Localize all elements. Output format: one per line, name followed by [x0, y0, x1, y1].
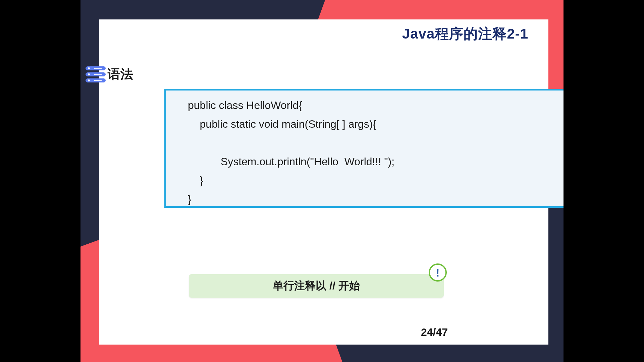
section-label-text: 语法	[108, 66, 133, 83]
slide-card: Java程序的注释2-1 语法 public class HelloWorld{…	[99, 19, 548, 345]
code-box: public class HelloWorld{ public static v…	[164, 89, 564, 208]
note-text: 单行注释以 // 开始	[273, 279, 360, 293]
page-current: 24	[421, 326, 433, 338]
page-total: 47	[436, 326, 448, 338]
section-label: 语法	[86, 66, 133, 83]
server-icon	[86, 66, 106, 82]
code-content: public class HelloWorld{ public static v…	[188, 96, 394, 208]
note-box: 单行注释以 // 开始 !	[189, 274, 444, 298]
exclamation-mark: !	[436, 266, 439, 279]
exclamation-icon: !	[429, 263, 447, 282]
slide-stage: Java程序的注释2-1 语法 public class HelloWorld{…	[80, 0, 564, 362]
page-number: 24/47	[421, 326, 448, 339]
slide-title: Java程序的注释2-1	[402, 24, 528, 43]
